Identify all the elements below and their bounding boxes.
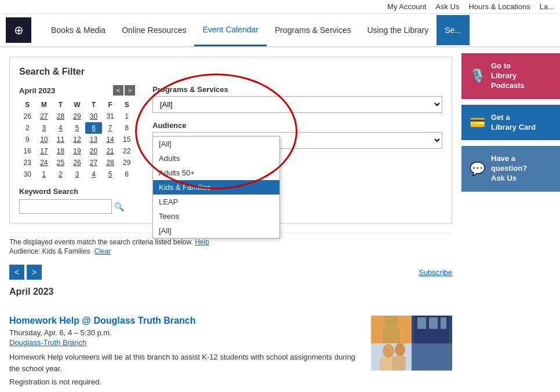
cal-day[interactable]: 4	[85, 168, 102, 180]
cal-day[interactable]: 15	[118, 134, 135, 145]
calendar-table: S M T W T F S 26	[19, 99, 135, 180]
cal-week-3: 9 10 11 12 13 14 15	[19, 134, 135, 145]
cal-day[interactable]: 5	[69, 122, 86, 134]
ask-us-link[interactable]: Ask Us	[435, 2, 459, 11]
cal-day[interactable]: 13	[85, 134, 102, 145]
cal-day[interactable]: 23	[19, 157, 36, 168]
cal-day[interactable]: 27	[36, 111, 53, 122]
cal-header-mon: M	[36, 99, 53, 111]
cal-day[interactable]: 25	[52, 157, 69, 168]
dropdown-option-teens[interactable]: Teens	[153, 209, 279, 224]
card-icon: 💳	[470, 115, 485, 130]
cal-prev-btn[interactable]: <	[113, 85, 123, 96]
svg-rect-4	[429, 317, 438, 329]
nav-search[interactable]: Se...	[437, 15, 470, 45]
cal-day[interactable]: 29	[69, 111, 86, 122]
cal-day[interactable]: 10	[36, 134, 53, 145]
cal-day[interactable]: 6	[118, 168, 135, 180]
dropdown-option-kids[interactable]: Kids & Families	[153, 180, 279, 195]
cal-day[interactable]: 1	[36, 168, 53, 180]
dropdown-option-adults50[interactable]: Adults 50+	[153, 166, 279, 180]
keyword-input[interactable]	[19, 199, 112, 214]
keyword-search-btn[interactable]: 🔍	[114, 202, 124, 211]
sidebar-podcasts[interactable]: 🎙️ Go to Library Podcasts	[461, 53, 560, 99]
logo[interactable]: ⊕	[6, 14, 31, 46]
img-quadrant-3	[371, 343, 412, 371]
nav-programs-services[interactable]: Programs & Services	[267, 15, 359, 45]
cal-day[interactable]: 11	[52, 134, 69, 145]
criteria-text: Audience: Kids & Families	[9, 247, 90, 255]
nav-online-resources[interactable]: Online Resources	[114, 15, 194, 45]
cal-day-today[interactable]: 6	[85, 122, 102, 134]
event-reg-1: Registration is not required.	[9, 378, 363, 386]
keyword-label: Keyword Search	[19, 187, 135, 196]
cal-day[interactable]: 8	[118, 122, 135, 134]
cal-day[interactable]: 31	[102, 111, 119, 122]
nav-using-library[interactable]: Using the Library	[359, 15, 437, 45]
img-quadrant-4	[412, 343, 452, 371]
dropdown-option-adults[interactable]: Adults	[153, 151, 279, 166]
programs-select[interactable]: [All]	[152, 96, 442, 113]
programs-audience-section: Programs & Services [All] Audience Kids …	[152, 85, 442, 149]
event-branch-1[interactable]: Douglass-Truth Branch	[9, 338, 363, 347]
cal-day[interactable]: 29	[118, 157, 135, 168]
event-title-1[interactable]: Homework Help @ Douglass Truth Branch	[9, 316, 363, 326]
cal-day[interactable]: 4	[52, 122, 69, 134]
help-link[interactable]: Help	[195, 238, 209, 246]
pag-btns: < >	[9, 265, 42, 280]
pag-prev-btn[interactable]: <	[9, 265, 24, 280]
cal-day[interactable]: 22	[118, 145, 135, 157]
cal-day[interactable]: 26	[19, 111, 36, 122]
nav-books-media[interactable]: Books & Media	[43, 15, 114, 45]
cal-day[interactable]: 7	[102, 122, 119, 134]
cal-day[interactable]: 14	[102, 134, 119, 145]
cal-day[interactable]: 28	[102, 157, 119, 168]
dropdown-option-leap[interactable]: LEAP	[153, 195, 279, 209]
language-link[interactable]: La...	[540, 2, 554, 11]
cal-day[interactable]: 2	[19, 122, 36, 134]
svg-rect-5	[441, 317, 446, 329]
cal-day[interactable]: 26	[69, 157, 86, 168]
img-quadrant-1	[371, 316, 412, 343]
svg-rect-3	[417, 317, 426, 329]
svg-point-0	[384, 316, 398, 328]
cal-week-5: 23 24 25 26 27 28 29	[19, 157, 135, 168]
cal-week-1: 26 27 28 29 30 31 1	[19, 111, 135, 122]
cal-day[interactable]: 5	[102, 168, 119, 180]
cal-day[interactable]: 20	[85, 145, 102, 157]
event-image-1	[371, 316, 452, 371]
subscribe-link[interactable]: Subscribe	[419, 268, 452, 277]
dropdown-option-all[interactable]: [All]	[153, 137, 279, 151]
cal-day[interactable]: 17	[36, 145, 53, 157]
my-account-link[interactable]: My Account	[387, 2, 426, 11]
hours-locations-link[interactable]: Hours & Locations	[468, 2, 530, 11]
cal-day[interactable]: 30	[85, 111, 102, 122]
cal-day[interactable]: 27	[85, 157, 102, 168]
nav-event-calendar[interactable]: Event Calendar	[194, 14, 267, 46]
card-line2: Library Card	[491, 123, 536, 131]
cal-day[interactable]: 12	[69, 134, 86, 145]
pag-next-btn[interactable]: >	[27, 265, 42, 280]
cal-day[interactable]: 2	[52, 168, 69, 180]
clear-link[interactable]: Clear	[94, 247, 111, 255]
cal-day[interactable]: 24	[36, 157, 53, 168]
cal-day[interactable]: 18	[52, 145, 69, 157]
cal-day[interactable]: 21	[102, 145, 119, 157]
cal-header-tue: T	[52, 99, 69, 111]
cal-day[interactable]: 16	[19, 145, 36, 157]
sidebar-ask-us[interactable]: 💬 Have a question? Ask Us	[461, 146, 560, 192]
cal-day[interactable]: 3	[69, 168, 86, 180]
cal-next-btn[interactable]: >	[125, 85, 135, 96]
dropdown-option-all2[interactable]: [All]	[153, 224, 279, 238]
cal-day[interactable]: 19	[69, 145, 86, 157]
sidebar-library-card[interactable]: 💳 Get a Library Card	[461, 105, 560, 141]
cal-day[interactable]: 30	[19, 168, 36, 180]
cal-day[interactable]: 9	[19, 134, 36, 145]
keyword-input-wrap: 🔍	[19, 199, 135, 214]
event-date-1: Thursday, Apr. 6, 4 – 5:30 p.m.	[9, 328, 363, 337]
cal-day[interactable]: 28	[52, 111, 69, 122]
cal-day[interactable]: 1	[118, 111, 135, 122]
status-message: The displayed events match the search cr…	[9, 238, 193, 246]
cal-header-wed: W	[69, 99, 86, 111]
cal-day[interactable]: 3	[36, 122, 53, 134]
